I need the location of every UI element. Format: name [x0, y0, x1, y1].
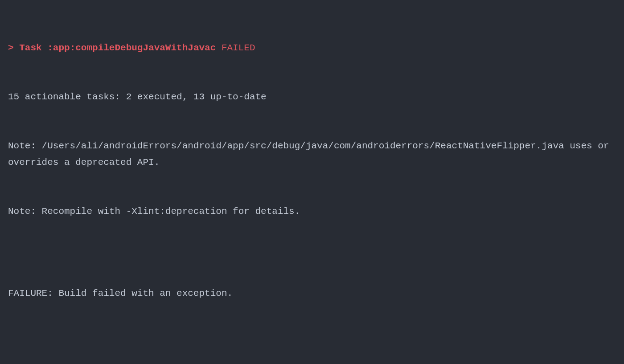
terminal-output: > Task :app:compileDebugJavaWithJavac FA… [8, 7, 616, 364]
task-header-line: > Task :app:compileDebugJavaWithJavac FA… [8, 40, 616, 57]
recompile-note-line: Note: Recompile with -Xlint:deprecation … [8, 204, 616, 220]
actionable-tasks-line: 15 actionable tasks: 2 executed, 13 up-t… [8, 89, 616, 106]
task-status: FAILED [222, 43, 255, 53]
deprecation-note-line: Note: /Users/ali/androidErrors/android/a… [8, 138, 616, 171]
prompt-chevron: > [8, 43, 14, 53]
task-name: Task :app:compileDebugJavaWithJavac [19, 43, 216, 53]
failure-line: FAILURE: Build failed with an exception. [8, 286, 616, 302]
